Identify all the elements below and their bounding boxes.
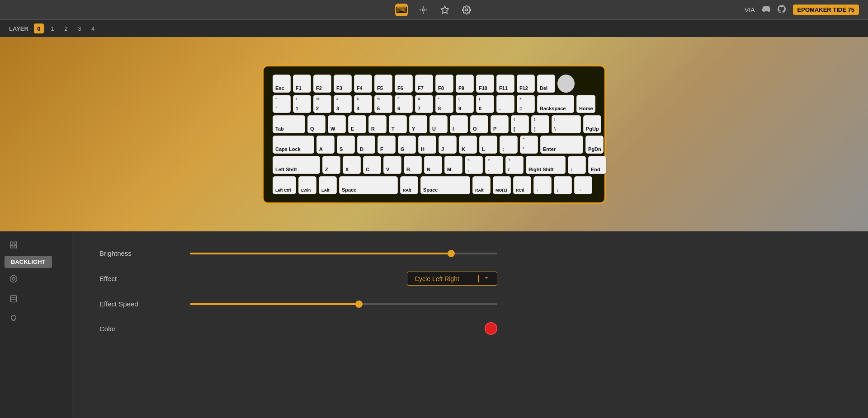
- key-slash[interactable]: ?/: [505, 156, 524, 174]
- key-quote[interactable]: "': [520, 136, 538, 154]
- key-f4[interactable]: F4: [354, 75, 372, 93]
- key-left-ctrl[interactable]: Left Ctrl: [273, 176, 296, 194]
- key-e[interactable]: E: [348, 115, 366, 133]
- key-d[interactable]: D: [357, 136, 375, 154]
- pin-nav-icon[interactable]: [439, 4, 451, 16]
- key-0[interactable]: )0: [476, 95, 494, 113]
- key-f6[interactable]: F6: [395, 75, 413, 93]
- key-8[interactable]: *8: [435, 95, 453, 113]
- key-7[interactable]: &7: [415, 95, 433, 113]
- key-u[interactable]: U: [429, 115, 448, 133]
- key-o[interactable]: O: [470, 115, 488, 133]
- key-i[interactable]: I: [450, 115, 468, 133]
- key-left-shift[interactable]: Left Shift: [273, 156, 320, 174]
- key-esc[interactable]: Esc: [273, 75, 291, 93]
- color-picker[interactable]: [485, 322, 497, 335]
- key-f5[interactable]: F5: [374, 75, 392, 93]
- key-9[interactable]: (9: [456, 95, 474, 113]
- key-b[interactable]: B: [404, 156, 422, 174]
- key-f1[interactable]: F1: [293, 75, 311, 93]
- key-f2[interactable]: F2: [313, 75, 331, 93]
- key-y[interactable]: Y: [409, 115, 427, 133]
- key-home[interactable]: Home: [576, 95, 595, 113]
- key-z[interactable]: Z: [322, 156, 340, 174]
- key-1[interactable]: !1: [293, 95, 311, 113]
- usb-nav-icon[interactable]: [417, 4, 429, 16]
- sidebar-icon-grid[interactable]: [5, 236, 23, 254]
- key-lwin[interactable]: LWin: [298, 176, 316, 194]
- key-k[interactable]: K: [459, 136, 477, 154]
- key-m[interactable]: M: [444, 156, 462, 174]
- key-q[interactable]: Q: [307, 115, 326, 133]
- key-left[interactable]: ←: [533, 176, 552, 194]
- key-f12[interactable]: F12: [517, 75, 535, 93]
- key-w[interactable]: W: [328, 115, 346, 133]
- key-f11[interactable]: F11: [496, 75, 514, 93]
- key-ralt2[interactable]: RAlt: [472, 176, 491, 194]
- layer-0-btn[interactable]: 0: [34, 23, 44, 33]
- key-up[interactable]: ↑: [568, 156, 586, 174]
- key-rbracket[interactable]: }]: [531, 115, 549, 133]
- key-space-right[interactable]: Space: [420, 176, 470, 194]
- layer-4-btn[interactable]: 4: [88, 23, 98, 33]
- brightness-slider-thumb[interactable]: [448, 250, 455, 257]
- key-period[interactable]: >.: [485, 156, 503, 174]
- key-knob[interactable]: [557, 75, 575, 93]
- key-n[interactable]: N: [424, 156, 442, 174]
- key-enter[interactable]: Enter: [540, 136, 583, 154]
- key-4[interactable]: $4: [354, 95, 372, 113]
- device-select[interactable]: EPOMAKER TIDE 75: [793, 5, 859, 15]
- effect-speed-slider-thumb[interactable]: [355, 301, 363, 308]
- key-backtick[interactable]: ~`: [273, 95, 291, 113]
- sidebar-icon-db[interactable]: [5, 290, 23, 308]
- key-pgup[interactable]: PgUp: [583, 115, 601, 133]
- key-h[interactable]: H: [418, 136, 436, 154]
- layer-1-btn[interactable]: 1: [47, 23, 57, 33]
- key-right-shift[interactable]: Right Shift: [526, 156, 566, 174]
- key-j[interactable]: J: [439, 136, 457, 154]
- key-minus[interactable]: _-: [496, 95, 514, 113]
- key-2[interactable]: @2: [313, 95, 331, 113]
- key-g[interactable]: G: [398, 136, 416, 154]
- key-x[interactable]: X: [343, 156, 361, 174]
- effect-dropdown[interactable]: Cycle Left Right: [407, 272, 497, 286]
- layer-2-btn[interactable]: 2: [61, 23, 71, 33]
- key-a[interactable]: A: [316, 136, 335, 154]
- key-capslock[interactable]: Caps Lock: [273, 136, 314, 154]
- keyboard-nav-icon[interactable]: ⌨: [395, 4, 408, 16]
- key-f8[interactable]: F8: [435, 75, 453, 93]
- key-rctl[interactable]: RCtl: [513, 176, 531, 194]
- key-f9[interactable]: F9: [456, 75, 474, 93]
- sidebar-icon-circle[interactable]: [5, 270, 23, 288]
- key-c[interactable]: C: [363, 156, 381, 174]
- key-t[interactable]: T: [389, 115, 407, 133]
- key-ralt1[interactable]: RAlt: [400, 176, 418, 194]
- key-comma[interactable]: <,: [465, 156, 483, 174]
- key-mo1[interactable]: MO(1): [493, 176, 511, 194]
- key-backspace[interactable]: Backspace: [537, 95, 574, 113]
- key-f10[interactable]: F10: [476, 75, 494, 93]
- layer-3-btn[interactable]: 3: [75, 23, 85, 33]
- key-lalt[interactable]: LAlt: [319, 176, 337, 194]
- key-f3[interactable]: F3: [334, 75, 352, 93]
- backlight-tab[interactable]: BACKLIGHT: [5, 256, 52, 268]
- key-5[interactable]: %5: [374, 95, 392, 113]
- key-del[interactable]: Del: [537, 75, 555, 93]
- key-f7[interactable]: F7: [415, 75, 433, 93]
- key-pgdn[interactable]: PgDn: [585, 136, 604, 154]
- settings-nav-icon[interactable]: [460, 4, 473, 16]
- key-right[interactable]: →: [574, 176, 592, 194]
- key-r[interactable]: R: [368, 115, 387, 133]
- sidebar-icon-bulb[interactable]: [5, 310, 23, 328]
- key-l[interactable]: L: [479, 136, 497, 154]
- key-end[interactable]: End: [588, 156, 606, 174]
- key-lbracket[interactable]: {[: [511, 115, 529, 133]
- key-semicolon[interactable]: :;: [500, 136, 518, 154]
- key-s[interactable]: S: [337, 136, 355, 154]
- key-down[interactable]: ↓: [554, 176, 572, 194]
- key-6[interactable]: ^6: [395, 95, 413, 113]
- effect-speed-slider-track[interactable]: [190, 303, 497, 305]
- key-f[interactable]: F: [377, 136, 396, 154]
- key-space-left[interactable]: Space: [339, 176, 398, 194]
- brightness-slider-track[interactable]: [190, 253, 497, 254]
